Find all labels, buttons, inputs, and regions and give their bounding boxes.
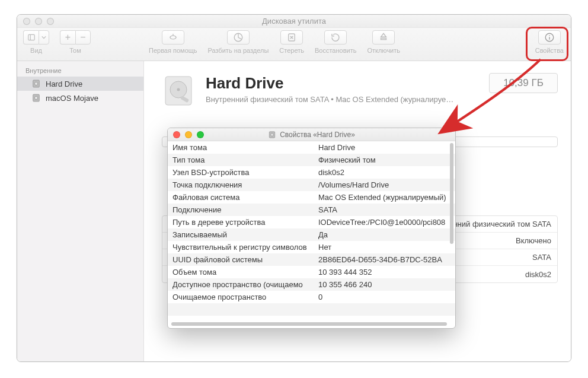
properties-table[interactable]: Имя томаHard DriveТип томаФизический том… [168,141,455,328]
popup-titlebar: Свойства «Hard Drive» [168,128,455,141]
property-row[interactable]: Доступное пространство (очищаемо10 355 4… [168,278,455,291]
info-button[interactable] [538,30,561,45]
property-row[interactable]: Файловая системаMac OS Extended (журнали… [168,191,455,204]
window-title: Дисковая утилита [17,17,571,26]
property-value: Mac OS Extended (журналируемый) [316,193,455,202]
property-value: Нет [316,243,455,252]
property-row[interactable]: ПодключениеSATA [168,204,455,216]
property-value: 10 355 466 240 [316,280,455,289]
property-row[interactable]: ЗаписываемыйДа [168,228,455,241]
svg-point-20 [271,133,274,136]
property-row[interactable]: Очищаемое пространство0 [168,291,455,303]
property-value: SATA [316,205,455,214]
property-row[interactable]: Объем тома10 393 444 352 [168,266,455,278]
property-key: Очищаемое пространство [168,293,316,301]
erase-button[interactable] [280,30,303,45]
disk-icon [31,79,41,88]
volume-size-box: 10,39 ГБ [489,73,558,93]
disk-icon [31,93,41,103]
partition-label: Разбить на разделы [208,47,269,54]
property-row[interactable]: Узел BSD-устройстваdisk0s2 [168,166,455,179]
property-value: 10 393 444 352 [316,268,455,277]
volume-label: Том [69,47,81,54]
property-key: Имя тома [168,143,316,152]
sidebar-item-hard-drive[interactable]: Hard Drive [17,77,143,91]
svg-point-12 [34,82,37,85]
first-aid-label: Первая помощь [149,47,197,54]
properties-window: Свойства «Hard Drive» Имя томаHard Drive… [167,128,456,329]
property-value: Hard Drive [316,143,455,152]
svg-rect-7 [381,39,386,40]
property-value: /Volumes/Hard Drive [316,180,455,189]
property-key: Чувствительный к регистру символов [168,243,316,252]
popup-title: Свойства «Hard Drive» [280,131,355,139]
erase-label: Стереть [279,47,304,54]
property-key: Подключение [168,205,316,214]
info-label: Свойства [535,47,564,54]
property-row[interactable] [168,303,455,316]
volume-button[interactable]: +− [60,30,91,45]
vertical-scrollbar[interactable] [450,143,453,244]
property-key: UUID файловой системы [168,255,316,264]
property-value: Да [316,230,455,239]
titlebar: Дисковая утилита [17,15,571,28]
view-button[interactable] [23,30,49,45]
sidebar: Внутренние Hard Drive macOS Mojave [17,61,144,361]
restore-label: Восстановить [315,47,356,54]
disk-icon [268,131,276,139]
property-key: Объем тома [168,268,316,277]
svg-rect-0 [28,34,34,40]
property-value: disk0s2 [316,168,455,177]
partition-button[interactable] [227,30,250,45]
svg-point-17 [177,88,180,91]
property-key: Тип тома [168,155,316,164]
drive-image-icon [162,74,195,107]
property-value: 2B86ED64-D655-34D6-B7DC-52BA [316,255,455,264]
property-row[interactable]: Имя томаHard Drive [168,141,455,154]
property-row[interactable]: Тип томаФизический том [168,154,455,166]
sidebar-item-label: macOS Mojave [46,94,98,103]
property-key: Доступное пространство (очищаемо [168,280,316,289]
property-key: Путь в дереве устройства [168,218,316,227]
svg-point-10 [549,35,550,36]
horizontal-scrollbar[interactable] [171,322,447,326]
property-key: Точка подключения [168,180,316,189]
property-row[interactable]: UUID файловой системы2B86ED64-D655-34D6-… [168,253,455,266]
property-value: 0 [316,293,455,301]
property-key: Файловая система [168,193,316,202]
sidebar-header: Внутренние [17,65,143,77]
sidebar-item-label: Hard Drive [46,80,82,88]
view-label: Вид [30,47,42,54]
restore-button[interactable] [324,30,347,45]
sidebar-item-macos-mojave[interactable]: macOS Mojave [17,91,143,105]
volume-title: Hard Drive [206,74,453,93]
first-aid-button[interactable] [162,30,184,45]
property-value: Физический том [316,155,455,164]
svg-point-14 [34,96,37,99]
unmount-button[interactable] [372,30,395,45]
property-key: Узел BSD-устройства [168,168,316,177]
property-row[interactable]: Чувствительный к регистру символовНет [168,241,455,253]
unmount-label: Отключить [367,47,400,54]
property-row[interactable]: Путь в дереве устройстваIODeviceTree:/PC… [168,216,455,228]
volume-subtitle: Внутренний физический том SATA • Mac OS … [206,95,453,104]
property-key: Записываемый [168,230,316,239]
property-value: IODeviceTree:/PCI0@1e0000/pci808 [316,218,455,227]
volume-size: 10,39 ГБ [503,77,544,89]
property-row[interactable]: Точка подключения/Volumes/Hard Drive [168,179,455,191]
toolbar: Вид +− Том Первая помощь Разбить на разд… [17,28,571,61]
